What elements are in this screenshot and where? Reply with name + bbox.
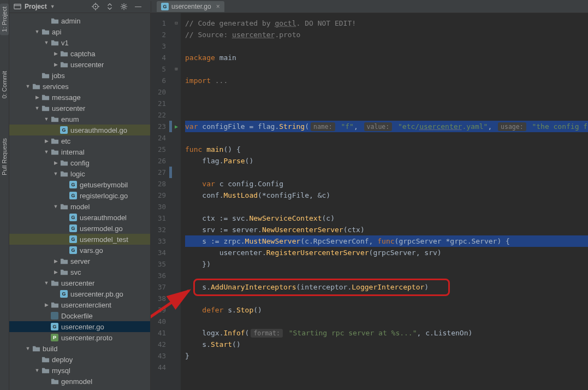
code-line[interactable]: // Source: usercenter.proto [185,29,588,40]
expand-all-icon[interactable] [106,3,114,10]
folder-internal[interactable]: internal [9,146,150,157]
project-tree[interactable]: adminapiv1captchausercenterjobsservicesm… [9,13,151,390]
tree-arrow-icon[interactable] [33,368,41,373]
code-line[interactable]: defer s.Stop() [185,304,588,316]
tree-arrow-icon[interactable] [43,116,50,122]
gear-icon[interactable] [120,3,128,10]
folder-mysql[interactable]: mysql [9,365,150,376]
code-line[interactable]: var c config.Config [185,178,588,190]
file-registerlogic[interactable]: Gregisterlogic.go [9,190,150,201]
file-userauthmodel[interactable]: Guserauthmodel [9,212,150,223]
code-line[interactable]: conf.MustLoad(*configFile, &c) [185,190,588,201]
source-code[interactable]: // Code generated by goctl. DO NOT EDIT!… [181,13,588,390]
tree-arrow-icon[interactable] [52,160,60,166]
editor-tab-usercenter[interactable]: G usercenter.go × [157,1,224,12]
tree-arrow-icon[interactable] [24,346,32,351]
code-line[interactable]: var configFile = flag.String(name: "f", … [185,121,588,132]
code-line[interactable]: srv := server.NewUsercenterServer(ctx) [185,224,588,235]
tree-arrow-icon[interactable] [52,269,60,275]
folder-usercenterclient[interactable]: usercenterclient [9,299,150,310]
folder-model[interactable]: model [9,201,150,212]
code-line[interactable]: usercenter.RegisterUsercenterServer(grpc… [185,247,588,258]
tree-arrow-icon[interactable] [43,149,50,155]
folder-admin[interactable]: admin [9,15,150,26]
vtab-commit[interactable]: 0: Commit [0,68,9,102]
folder-server[interactable]: server [9,256,150,267]
code-line[interactable]: func main() { [185,144,588,155]
folder-etc[interactable]: etc [9,135,150,146]
tree-arrow-icon[interactable] [33,29,41,34]
file-usercenter-pb[interactable]: Gusercenter.pb.go [9,288,150,299]
code-line[interactable] [185,293,588,304]
fold-gutter[interactable]: ⊟ ⊞ ▶ ⊟ [172,13,181,390]
code-line[interactable]: package main [185,52,588,63]
code-line[interactable]: flag.Parse() [185,155,588,167]
folder-deploy[interactable]: deploy [9,354,150,365]
file-vars[interactable]: Gvars.go [9,245,150,256]
code-line[interactable]: } [185,350,588,362]
code-line[interactable]: s.AddUnaryInterceptors(interceptor.Logge… [185,281,588,293]
vtab-pull-requests[interactable]: Pull Requests [0,135,9,179]
tree-arrow-icon[interactable] [52,62,60,67]
code-line[interactable] [185,86,588,98]
folder-message[interactable]: message [9,92,150,103]
tree-arrow-icon[interactable] [33,105,41,111]
folder-icon [41,27,50,36]
folder-genmodel[interactable]: genmodel [9,376,150,387]
go-file-icon: G [69,235,78,244]
folder-v1[interactable]: v1 [9,37,150,48]
code-line[interactable]: s := zrpc.MustNewServer(c.RpcServerConf,… [185,235,588,247]
code-line[interactable]: import ... [185,75,588,86]
file-usercenter-go[interactable]: Gusercenter.go [9,321,150,332]
folder-config[interactable]: config [9,157,150,168]
tree-arrow-icon[interactable] [52,51,60,56]
code-line[interactable]: s.Start() [185,339,588,350]
code-line[interactable] [185,167,588,178]
tree-arrow-icon[interactable] [43,138,50,144]
code-line[interactable] [185,40,588,52]
file-usermodel-test[interactable]: Gusermodel_test [9,234,150,245]
folder-services[interactable]: services [9,81,150,92]
tree-arrow-icon[interactable] [52,258,60,264]
code-line[interactable] [185,132,588,144]
code-line[interactable] [185,316,588,327]
locate-icon[interactable] [92,3,99,10]
file-getuserbymobil[interactable]: Ggetuserbymobil [9,179,150,190]
folder-svc[interactable]: svc [9,267,150,277]
tree-item-label: enum [61,115,79,123]
folder-api[interactable]: api [9,26,150,37]
folder-logic[interactable]: logic [9,168,150,179]
tree-arrow-icon[interactable] [24,84,32,89]
code-line[interactable] [185,270,588,281]
folder-enum[interactable]: enum [9,114,150,125]
code-line[interactable] [185,109,588,121]
minimize-icon[interactable]: — [134,3,142,10]
tree-arrow-icon[interactable] [43,302,50,308]
close-icon[interactable]: × [216,3,220,10]
code-line[interactable] [185,362,588,373]
chevron-down-icon[interactable]: ▼ [50,4,55,9]
code-line[interactable] [185,201,588,212]
tree-arrow-icon[interactable] [33,94,41,100]
folder-jobs[interactable]: jobs [9,70,150,81]
folder-usercenter-svc[interactable]: usercenter [9,103,150,114]
tree-arrow-icon[interactable] [52,204,60,209]
file-usercenter-proto[interactable]: Pusercenter.proto [9,332,150,343]
code-line[interactable]: logx.Infof(format: "Starting rpc server … [185,327,588,339]
code-line[interactable]: }) [185,258,588,270]
folder-usercenter-pb[interactable]: usercenter [9,277,150,288]
code-line[interactable]: // Code generated by goctl. DO NOT EDIT! [185,17,588,29]
vtab-project[interactable]: 1: Project [0,3,9,35]
tree-arrow-icon[interactable] [43,40,50,45]
folder-build[interactable]: build [9,343,150,354]
code-line[interactable]: ctx := svc.NewServiceContext(c) [185,212,588,224]
file-usermodel[interactable]: Gusermodel.go [9,223,150,234]
code-line[interactable] [185,98,588,109]
file-dockerfile[interactable]: Dockerfile [9,310,150,321]
folder-usercenter-api[interactable]: usercenter [9,59,150,70]
file-userauthmodel-enum[interactable]: Guserauthmodel.go [9,125,150,135]
tree-arrow-icon[interactable] [52,171,60,176]
folder-captcha[interactable]: captcha [9,48,150,59]
code-line[interactable] [185,63,588,75]
tree-arrow-icon[interactable] [43,280,50,286]
